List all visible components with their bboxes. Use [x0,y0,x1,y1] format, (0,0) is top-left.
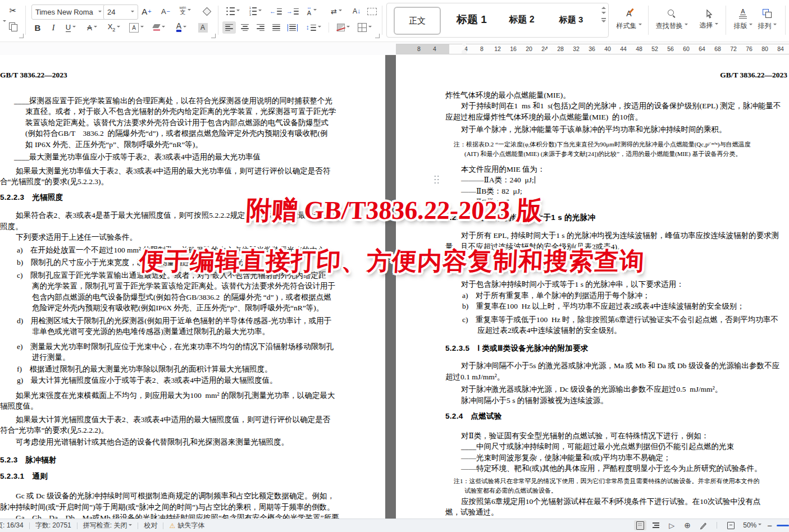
style-item-heading2[interactable]: 标题 2 [499,7,544,33]
ruler-margin-area: 8 4 [396,44,449,54]
zoom-level[interactable]: 50% [743,521,756,529]
gallery-scroll-up[interactable] [601,4,606,9]
italic-button[interactable]: I [47,21,60,34]
style-set-button[interactable]: A 样式集 [613,4,645,35]
ruler-number: 28 [557,45,564,52]
zoom-out-button[interactable]: − [767,521,772,530]
character-border-button[interactable]: A [127,21,146,34]
text-line: 对Ⅱ类，验证固有安全型光辐射的点燃试验，可在特殊情况下进行，例如： [445,430,789,442]
globe-icon: ⊕ [684,521,691,530]
subscript-icon: X2 [108,22,116,33]
text-line: d) 用检测区域大于限制孔的光探测器(例如用于近单色辐射的半导体传感器-光功率计… [0,315,385,327]
distribute-button[interactable] [285,21,300,34]
zoom-dropdown-caret[interactable] [758,524,761,527]
clipboard-dialog-launcher[interactable] [19,34,24,38]
decrease-indent-button[interactable]: ← [268,4,283,18]
fullscreen-button[interactable] [724,520,737,530]
highlighter-icon [153,24,160,31]
arrange-button[interactable]: 排列 [752,4,782,35]
character-shading-button[interactable]: A [197,21,209,34]
paragraph-dialog-launcher[interactable] [375,34,380,38]
shrink-font-button[interactable]: A − [158,4,173,18]
divider [382,6,382,35]
gallery-scroll-down[interactable] [601,12,606,16]
underline-button[interactable]: U [62,21,80,34]
spellcheck-toggle[interactable]: 拼写检查: 关闭 [83,521,133,530]
ruler-number: 84 [777,45,784,52]
character-border-icon: A [129,23,139,33]
text-line: 符合“光功率”的要求(见5.2.2.2)。 [0,425,385,436]
clear-formatting-button[interactable] [200,4,213,18]
select-button[interactable]: 选择 [694,4,723,35]
ruler-number: 32 [573,45,580,52]
paragraph-drag-handle-icon[interactable] [433,174,439,184]
strikethrough-button[interactable]: A [83,21,101,34]
horizontal-ruler[interactable]: 8 4 481216202428323640444852566064687276… [0,42,789,55]
text-line: Gc 或 Dc 级设备的光脉冲持续时间可根据制造商规定的调制频率和占空比额定数据… [0,490,385,502]
borders-button[interactable] [355,21,374,34]
align-right-button[interactable] [254,21,267,34]
divider [329,22,329,33]
text-line: 试验室都有必需的点燃试验设备。 [445,486,789,496]
gallery-expand[interactable] [601,18,606,24]
bullets-button[interactable] [224,4,243,18]
find-replace-button[interactable]: 查找替换 [651,4,692,35]
style-item-normal[interactable]: 正文 [394,7,441,35]
ruler-number: 20 [526,45,532,52]
phonetic-guide-button[interactable]: wén 文 [176,3,194,18]
font-dialog-launcher[interactable] [211,34,216,38]
cut-button[interactable]: ✂ [7,4,19,17]
sort-icon: A↓ [353,7,361,15]
page-body: ____探测器应置于距光学装置输出的合理距离处，以在符合光探测器使用说明的同时捕… [0,95,385,520]
highlight-button[interactable] [149,20,168,35]
font-name-combobox[interactable]: Times New Roma [31,4,106,20]
text-line: g) 最大计算光辐照度值应小于或等于表2、表3或表4中适用的最大辐照度值。 [0,375,385,386]
pinyin-icon: wén 文 [180,6,186,16]
grow-font-button[interactable]: A + [139,4,154,18]
shading-button[interactable] [334,21,353,34]
outline-view-button[interactable] [650,520,662,530]
zoom-slider[interactable] [777,525,789,526]
word-count[interactable]: 字数: 20751 [35,521,71,530]
proofing-button[interactable]: 校对 [144,521,157,530]
increase-indent-button[interactable]: → [285,4,300,18]
text-line: 炸性气体环境的最小点燃能量(MIE)。 [445,90,789,101]
page-left[interactable]: GB/T 3836.22—2023 ____探测器应置于距光学装置输出的合理距离… [0,55,385,519]
paste-dropdown-caret[interactable] [3,20,6,24]
subscript-button[interactable]: X2 [104,21,124,34]
page-right[interactable]: GB/T 3836.22—2023 炸性气体环境的最小点燃能量(MIE)。对于持… [396,55,789,519]
text-line: 对于脉冲间隔不小于5s 的激光器或脉冲光源，Ma 或 Mb 和 Da 或 Db … [445,360,789,372]
missing-font-warning[interactable]: ⚠ 缺失字体 [169,521,204,530]
text-line: 应超过相应爆炸性气体环境的最小点燃能量(MIE) 的10倍。 [445,112,789,123]
strikethrough-icon: A [87,24,92,32]
copy-button[interactable] [7,20,19,33]
justify-button[interactable] [270,21,283,34]
line-spacing-button[interactable]: ↕ [303,21,323,34]
formatting-marks-icon [367,8,377,15]
page-indicator: 页: 16/34 [0,521,24,530]
read-mode-button[interactable]: ▷ [665,520,678,530]
text-line: 可考虑使用光谱辐射计或其他合适的设备代替限制孔和光探测器来测量光辐照度。 [0,437,385,448]
align-left-button[interactable] [222,21,236,34]
ink-button[interactable] [697,520,709,530]
document-canvas[interactable]: GB/T 3836.22—2023 ____探测器应置于距光学装置输出的合理距离… [0,55,789,519]
show-marks-button[interactable] [365,4,378,18]
bold-button[interactable]: B [31,21,44,34]
asian-layout-button[interactable]: ⇄ [327,4,346,18]
numbering-button[interactable]: 1 2 3 [246,4,265,18]
align-left-icon [225,24,233,31]
shrink-font-icon: A [161,7,166,16]
font-size-combobox[interactable]: 24 [103,4,138,20]
character-scale-button[interactable]: ↔ A [302,3,321,18]
justify-icon [272,24,280,31]
font-color-button[interactable]: A [172,20,191,35]
style-item-heading3[interactable]: 标题 3 [549,7,594,33]
web-layout-button[interactable]: ⊕ [681,520,694,530]
cursor-arrow-icon [704,9,714,19]
text-line: 危险评定外壳内预期没有吸收靶(例如IP6X 外壳、正压外壳“p”、限制呼吸外壳“… [0,302,385,314]
print-layout-view-button[interactable] [634,520,646,530]
align-center-button[interactable] [238,21,252,34]
divider [25,6,26,35]
sort-button[interactable]: A↓ [349,4,364,18]
style-item-heading1[interactable]: 标题 1 [448,7,496,33]
